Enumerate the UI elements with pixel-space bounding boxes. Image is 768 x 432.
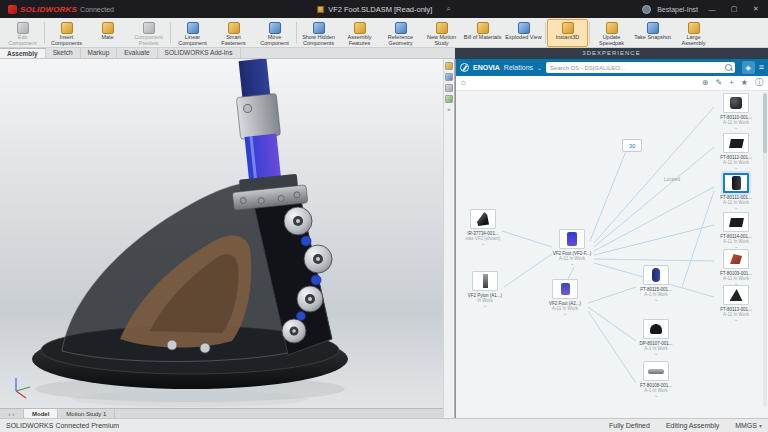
3ds-compass-icon[interactable] (460, 63, 469, 72)
info-icon[interactable]: ⓘ (755, 79, 763, 87)
search-icon[interactable]: ⌕ (446, 4, 450, 14)
tag-navigator-button[interactable]: ◈ (742, 61, 755, 74)
component-preview-window-button[interactable]: Component Preview Window (128, 19, 169, 47)
graph-node[interactable]: FT-80109-001... A-11 In Work ⌄ (712, 249, 760, 285)
page-name[interactable]: Relations (504, 64, 533, 71)
chevron-down-icon[interactable]: ⌄ (712, 125, 760, 129)
bill-of-materials-button[interactable]: Bill of Materials (462, 19, 503, 47)
graph-node[interactable]: VF2 Pylon (A1...) In Work ⌄ (461, 271, 509, 307)
user-name[interactable]: Bestapel-Inst (657, 6, 698, 13)
graph-node[interactable]: VF2 Foot (VF2-F...) A-11 In Work ⌄ (548, 229, 596, 265)
collapsed-nodes-count-badge[interactable]: 30 (622, 139, 642, 152)
move-component-button[interactable]: Move Component (254, 19, 295, 47)
update-speedpak-button[interactable]: Update Speedpak (591, 19, 632, 47)
brand-suffix: Connected (80, 6, 114, 13)
chevron-down-icon[interactable]: ⌄ (541, 311, 589, 315)
document-title-cluster: VF2 Foot.SLDASM [Read-only] ⌕ (317, 4, 451, 14)
search-input[interactable] (546, 62, 735, 73)
mate-button[interactable]: Mate (87, 19, 128, 47)
assembly-features-button[interactable]: Assembly Features (339, 19, 380, 47)
chevron-down-icon[interactable]: ⌄ (632, 351, 680, 355)
show-hidden-icon (313, 22, 325, 34)
graph-node[interactable]: FT-80108-001... A-1 In Work ⌄ (632, 361, 680, 397)
chevron-down-icon[interactable]: ⌄ (459, 241, 507, 245)
configuration-manager-icon[interactable] (445, 84, 453, 92)
tab-assembly[interactable]: Assembly (0, 48, 46, 58)
user-avatar[interactable] (642, 5, 651, 14)
pylon-part-icon (483, 274, 488, 288)
graph-node[interactable]: VF2 Foot (A2...) A-11 In Work ⌄ (541, 279, 589, 315)
favorite-icon[interactable]: ★ (741, 79, 748, 87)
feature-manager-collapsed-strip[interactable]: » (443, 59, 455, 418)
chevron-down-icon[interactable]: ⌄ (461, 303, 509, 307)
tab-evaluate[interactable]: Evaluate (117, 48, 157, 58)
take-snapshot-button[interactable]: Take Snapshot (632, 19, 673, 47)
maximize-button[interactable]: ▢ (726, 5, 742, 13)
insert-components-button[interactable]: Insert Components (46, 19, 87, 47)
large-assembly-settings-button[interactable]: Large Assembly Settings (673, 19, 714, 47)
edit-component-button[interactable]: Edit Component (2, 19, 43, 47)
smart-fasteners-button[interactable]: Smart Fasteners (213, 19, 254, 47)
add-icon[interactable]: + (729, 79, 734, 87)
hamburger-menu-icon[interactable]: ≡ (759, 61, 764, 74)
part-thumbnail (643, 265, 669, 285)
search-icon[interactable] (725, 64, 732, 71)
scrollbar-thumb[interactable] (763, 93, 767, 153)
feature-tree-icon[interactable] (445, 62, 453, 70)
tab-model[interactable]: Model (24, 409, 58, 418)
edit-icon[interactable]: ✎ (715, 79, 722, 87)
chevron-down-icon[interactable]: ⌄ (712, 317, 760, 321)
tab-sketch[interactable]: Sketch (46, 48, 81, 58)
exploded-view-button[interactable]: Exploded View (503, 19, 544, 47)
minimize-button[interactable]: — (704, 6, 720, 13)
part-thumbnail (723, 173, 749, 193)
graph-node[interactable]: IR-37734-001... was VF2 (shown) ⌄ (459, 209, 507, 245)
linear-component-pattern-button[interactable]: Linear Component Pattern (172, 19, 213, 47)
panel-scrollbar[interactable] (763, 93, 767, 407)
expand-panel-icon[interactable]: » (447, 106, 450, 112)
mate-icon (102, 22, 114, 34)
assembly-icon (567, 232, 577, 246)
graphics-viewport[interactable]: ‹› Model Motion Study 1 (0, 59, 443, 418)
defined-state: Fully Defined (609, 422, 650, 429)
show-hidden-components-button[interactable]: Show Hidden Components (298, 19, 339, 47)
tab-markup[interactable]: Markup (81, 48, 118, 58)
reference-geometry-button[interactable]: Reference Geometry (380, 19, 421, 47)
brand-name: SOLIDWORKS (20, 5, 77, 14)
assembly-thumbnail (559, 229, 585, 249)
chevron-down-icon[interactable]: ⌄ (537, 64, 542, 71)
chevron-down-icon[interactable]: ⌄ (632, 393, 680, 397)
ribbon-divider (44, 22, 45, 44)
command-manager-ribbon: Edit Component Insert Components Mate Co… (0, 18, 768, 48)
instant3d-button[interactable]: Instant3D (547, 19, 588, 47)
tab-solidworks-add-ins[interactable]: SOLIDWORKS Add-Ins (158, 48, 241, 58)
chevron-down-icon[interactable]: ⌄ (632, 297, 680, 301)
graph-node[interactable]: DP-80107-001... A-1 In Work ⌄ (632, 319, 680, 355)
property-manager-icon[interactable] (445, 73, 453, 81)
ribbon-divider (589, 22, 590, 44)
chevron-down-icon[interactable]: ⌄ (548, 261, 596, 265)
home-icon[interactable]: ⌂ (461, 79, 466, 87)
units-selector[interactable]: MMGS▾ (735, 422, 762, 429)
chevron-down-icon[interactable]: ⌄ (712, 205, 760, 209)
enovia-app-bar: ENOVIA Relations ⌄ ◈ ≡ (456, 59, 768, 76)
black-part-icon (729, 218, 744, 227)
dimxpert-icon[interactable] (445, 95, 453, 103)
close-button[interactable]: ✕ (748, 5, 764, 13)
edge-label: Located (664, 177, 680, 182)
graph-node[interactable]: FT-80112-001... A-11 In Work ⌄ (712, 133, 760, 169)
graph-node[interactable]: FT-80110-001... A-11 In Work ⌄ (712, 93, 760, 129)
new-motion-study-button[interactable]: New Motion Study (421, 19, 462, 47)
center-graph-icon[interactable]: ⊕ (702, 79, 709, 87)
solidworks-logo: SOLIDWORKS Connected (0, 5, 122, 14)
chevron-down-icon[interactable]: ⌄ (712, 165, 760, 169)
model-canvas[interactable] (0, 59, 443, 408)
graph-node[interactable]: FT-80115-001... A-1 In Work ⌄ (632, 265, 680, 301)
tab-motion-study-1[interactable]: Motion Study 1 (58, 409, 115, 418)
relations-graph[interactable]: 30 Located IR-37734-001... was VF2 (show… (456, 91, 768, 418)
graph-node-selected[interactable]: FT-80111-001... A-11 In Work ⌄ (712, 173, 760, 209)
graph-node[interactable]: FT-80114-001... A-11 In Work ⌄ (712, 212, 760, 248)
chevron-down-icon[interactable]: ⌄ (712, 244, 760, 248)
view-tab-scroll-arrows[interactable]: ‹› (0, 409, 24, 418)
graph-node[interactable]: FT-80113-001... A-11 In Work ⌄ (712, 285, 760, 321)
